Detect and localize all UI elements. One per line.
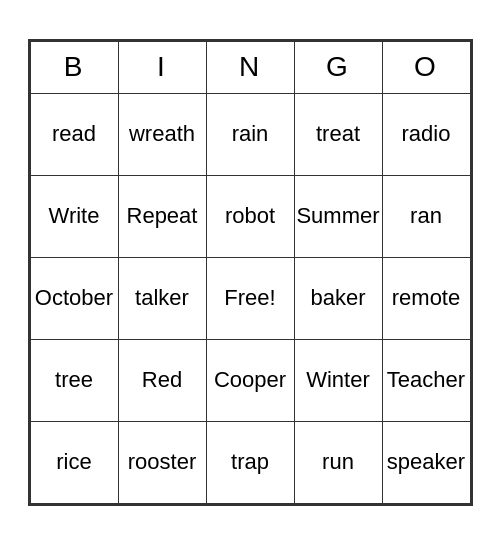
header-g: G: [294, 41, 382, 93]
header-o: O: [382, 41, 470, 93]
table-cell: Winter: [294, 339, 382, 421]
table-cell: treat: [294, 93, 382, 175]
header-row: B I N G O: [30, 41, 470, 93]
table-cell: Summer: [294, 175, 382, 257]
table-cell: read: [30, 93, 118, 175]
table-cell: radio: [382, 93, 470, 175]
table-cell: rooster: [118, 421, 206, 503]
table-cell: wreath: [118, 93, 206, 175]
bingo-card: B I N G O readwreathraintreatradioWriteR…: [28, 39, 473, 506]
table-cell: baker: [294, 257, 382, 339]
table-cell: Free!: [206, 257, 294, 339]
bingo-table: B I N G O readwreathraintreatradioWriteR…: [30, 41, 471, 504]
header-n: N: [206, 41, 294, 93]
table-cell: remote: [382, 257, 470, 339]
table-cell: run: [294, 421, 382, 503]
table-cell: rain: [206, 93, 294, 175]
table-cell: rice: [30, 421, 118, 503]
bingo-body: readwreathraintreatradioWriteRepeatrobot…: [30, 93, 470, 503]
table-cell: robot: [206, 175, 294, 257]
table-cell: Repeat: [118, 175, 206, 257]
header-i: I: [118, 41, 206, 93]
table-row: readwreathraintreatradio: [30, 93, 470, 175]
table-cell: tree: [30, 339, 118, 421]
table-cell: trap: [206, 421, 294, 503]
table-row: WriteRepeatrobotSummerran: [30, 175, 470, 257]
header-b: B: [30, 41, 118, 93]
table-cell: Teacher: [382, 339, 470, 421]
table-cell: ran: [382, 175, 470, 257]
table-cell: Cooper: [206, 339, 294, 421]
table-cell: October: [30, 257, 118, 339]
table-cell: Red: [118, 339, 206, 421]
table-cell: speaker: [382, 421, 470, 503]
table-cell: talker: [118, 257, 206, 339]
table-cell: Write: [30, 175, 118, 257]
table-row: treeRedCooperWinterTeacher: [30, 339, 470, 421]
table-row: OctobertalkerFree!bakerremote: [30, 257, 470, 339]
table-row: riceroostertraprunspeaker: [30, 421, 470, 503]
